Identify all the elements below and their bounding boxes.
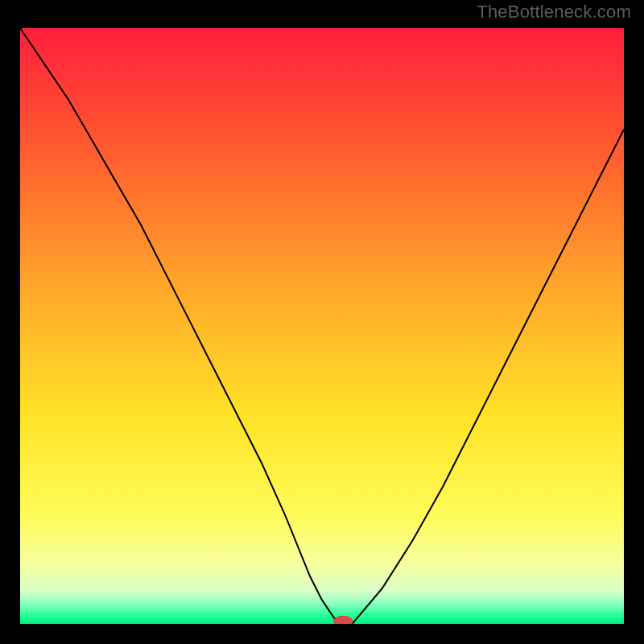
chart-frame xyxy=(12,20,632,632)
watermark-text: TheBottleneck.com xyxy=(477,2,631,23)
bottleneck-chart xyxy=(20,28,624,624)
gradient-background xyxy=(20,28,624,624)
